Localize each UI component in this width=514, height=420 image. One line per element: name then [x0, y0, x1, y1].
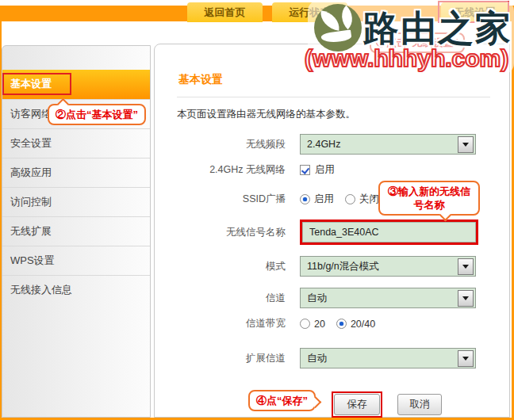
- callout-text: ④点“保存”: [256, 395, 308, 407]
- extension-channel-select[interactable]: 自动: [300, 348, 476, 368]
- select-value: 2.4GHz: [307, 139, 340, 150]
- logo-leaf-shape: [319, 10, 342, 30]
- select-value: 自动: [307, 352, 327, 365]
- ssid-name-input[interactable]: [302, 222, 476, 242]
- highlight-box-save-button: 保存: [332, 391, 382, 418]
- select-value: 自动: [307, 292, 327, 305]
- sidebar: 基本设置 访客网络 安全设置 高级应用 访问控制 无线扩展 WPS设置 无线接入…: [2, 45, 151, 418]
- chevron-down-icon[interactable]: [458, 258, 474, 275]
- sidebar-item-wireless-access-info[interactable]: 无线接入信息: [2, 275, 150, 304]
- sidebar-item-wireless-extension[interactable]: 无线扩展: [2, 216, 150, 246]
- form-row-extension-channel: 扩展信道 自动: [155, 348, 511, 368]
- field-label: 无线频段: [155, 138, 286, 151]
- radio-label: 启用: [314, 193, 334, 206]
- page-description: 本页面设置路由器无线网络的基本参数。: [177, 108, 355, 121]
- highlight-box-ssid-input: [300, 220, 478, 245]
- chevron-down-icon[interactable]: [458, 136, 474, 153]
- sidebar-item-wps-settings[interactable]: WPS设置: [2, 246, 150, 275]
- radio-label: 20: [314, 319, 325, 330]
- sidebar-item-security-settings[interactable]: 安全设置: [2, 128, 150, 158]
- select-value: 11b/g/n混合模式: [307, 260, 379, 273]
- mode-select[interactable]: 11b/g/n混合模式: [300, 256, 476, 277]
- logo-leaf-shape: [320, 29, 351, 44]
- ssid-broadcast-enable-radio[interactable]: [300, 194, 310, 204]
- watermark-site-url: (www.hhhyh.com): [305, 45, 508, 72]
- form-row-wireless-band: 无线频段 2.4GHz: [155, 134, 511, 155]
- sidebar-item-access-control[interactable]: 访问控制: [2, 187, 150, 216]
- sidebar-item-advanced-apps[interactable]: 高级应用: [2, 158, 150, 187]
- callout-step3: ③输入新的无线信 号名称: [378, 181, 480, 216]
- field-label: 扩展信道: [155, 352, 286, 365]
- bandwidth-20-radio[interactable]: [300, 319, 310, 329]
- form-row-ssid-name: 无线信号名称: [155, 220, 511, 245]
- chevron-down-icon[interactable]: [458, 350, 474, 367]
- ssid-broadcast-disable-radio[interactable]: [345, 194, 355, 204]
- form-row-mode: 模式 11b/g/n混合模式: [155, 256, 511, 277]
- field-label: 模式: [155, 260, 286, 273]
- field-label: 无线信号名称: [155, 226, 286, 239]
- callout-step2: ②点击“基本设置”: [48, 104, 146, 125]
- field-label: SSID广播: [155, 193, 286, 206]
- highlight-box-basic-settings: [2, 73, 71, 95]
- chevron-down-icon[interactable]: [458, 290, 474, 307]
- router-settings-page: 返回首页 运行状态 无线设置 ①点击“无线设置” 基本设置 访客网络 安全设置 …: [0, 0, 514, 420]
- save-button[interactable]: 保存: [334, 394, 380, 415]
- wireless-band-select[interactable]: 2.4GHz: [300, 134, 476, 155]
- title-divider: [177, 97, 490, 97]
- callout-step4: ④点“保存”: [248, 390, 316, 411]
- cancel-button[interactable]: 取消: [397, 394, 442, 415]
- form-row-channel: 信道 自动: [155, 288, 511, 308]
- radio-label: 20/40: [351, 319, 375, 330]
- radio-label: 关闭: [359, 193, 379, 206]
- callout-text: ②点击“基本设置”: [56, 109, 138, 120]
- field-label: 信道: [155, 292, 286, 305]
- sidebar-item-basic-settings[interactable]: 基本设置: [2, 70, 150, 99]
- page-title: 基本设置: [178, 73, 223, 87]
- enable-checkbox[interactable]: [300, 165, 310, 175]
- main-panel: 基本设置 本页面设置路由器无线网络的基本参数。 无线频段 2.4GHz 2.4G…: [154, 44, 510, 418]
- bandwidth-2040-radio[interactable]: [336, 319, 347, 329]
- callout-text-line2: 号名称: [386, 198, 472, 212]
- button-row: 保存 取消: [155, 391, 511, 418]
- tab-home[interactable]: 返回首页: [187, 2, 263, 22]
- form-row-24ghz-network: 2.4GHz 无线网络 启用: [155, 163, 511, 177]
- field-label: 2.4GHz 无线网络: [155, 163, 286, 177]
- field-label: 信道带宽: [155, 317, 286, 330]
- form-row-channel-bandwidth: 信道带宽 20 20/40: [155, 317, 511, 330]
- checkbox-label: 启用: [315, 163, 335, 177]
- routerhome-logo-icon: [314, 4, 362, 52]
- channel-select[interactable]: 自动: [300, 288, 476, 308]
- callout-text-line1: ③输入新的无线信: [386, 185, 472, 198]
